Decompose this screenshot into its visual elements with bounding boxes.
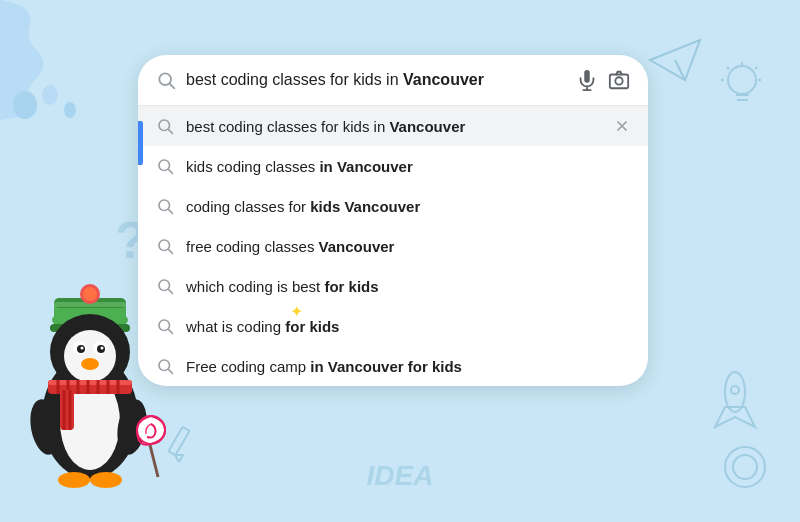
svg-point-36 (101, 347, 104, 350)
svg-marker-14 (175, 455, 183, 462)
svg-rect-13 (169, 427, 190, 455)
svg-point-0 (13, 91, 37, 119)
svg-point-30 (64, 330, 116, 382)
svg-line-71 (168, 289, 172, 293)
svg-point-18 (725, 447, 765, 487)
suggestion-text-6: what is coding for kids (186, 318, 630, 335)
rocket-decoration (710, 362, 760, 442)
svg-line-75 (168, 369, 172, 373)
suggestion-search-icon-3 (156, 197, 174, 215)
plane-decoration (645, 35, 705, 85)
suggestion-item-4[interactable]: free coding classes Vancouver (138, 226, 648, 266)
suggestion-close-icon-1[interactable] (614, 118, 630, 134)
drip-left-decoration (0, 0, 130, 120)
active-suggestion-indicator (138, 121, 143, 165)
suggestion-search-icon-6 (156, 317, 174, 335)
svg-rect-47 (60, 390, 74, 430)
svg-line-73 (168, 329, 172, 333)
svg-point-19 (733, 455, 757, 479)
microphone-icon[interactable] (576, 69, 598, 91)
search-container: best coding classes for kids in Vancouve… (138, 55, 648, 386)
suggestion-search-icon-1 (156, 117, 174, 135)
suggestion-text-5: which coding is best for kids (186, 278, 630, 295)
suggestion-search-icon-4 (156, 237, 174, 255)
svg-point-1 (42, 85, 58, 105)
suggestion-item-3[interactable]: coding classes for kids Vancouver (138, 186, 648, 226)
suggestion-item-5[interactable]: which coding is best for kids (138, 266, 648, 306)
svg-point-59 (615, 77, 622, 84)
svg-line-61 (168, 129, 172, 133)
svg-line-69 (168, 249, 172, 253)
idea-decoration: IDEA (367, 460, 434, 492)
circles-decoration (720, 442, 770, 492)
pencil-decoration (165, 422, 205, 462)
svg-line-57 (170, 84, 175, 89)
bulb-decoration (720, 60, 765, 115)
search-icon (156, 70, 176, 90)
svg-point-25 (83, 287, 97, 301)
svg-point-35 (81, 347, 84, 350)
suggestion-search-icon-5 (156, 277, 174, 295)
search-input-display[interactable]: best coding classes for kids in Vancouve… (186, 71, 566, 89)
svg-point-2 (64, 102, 76, 118)
svg-point-5 (728, 66, 756, 94)
svg-line-65 (168, 169, 172, 173)
svg-line-10 (727, 67, 729, 69)
suggestion-item-1[interactable]: best coding classes for kids in Vancouve… (138, 106, 648, 146)
suggestion-search-icon-2 (156, 157, 174, 175)
svg-point-55 (90, 472, 122, 488)
suggestion-text-3: coding classes for kids Vancouver (186, 198, 630, 215)
sparkle-icon: ✦ (290, 302, 303, 321)
svg-line-67 (168, 209, 172, 213)
svg-marker-16 (715, 407, 755, 427)
camera-icon[interactable] (608, 69, 630, 91)
suggestion-search-icon-7 (156, 357, 174, 375)
suggestion-text-1: best coding classes for kids in Vancouve… (186, 118, 602, 135)
svg-point-17 (731, 386, 739, 394)
suggestion-item-2[interactable]: kids coding classes in Vancouver (138, 146, 648, 186)
suggestions-list: best coding classes for kids in Vancouve… (138, 106, 648, 386)
suggestion-text-2: kids coding classes in Vancouver (186, 158, 630, 175)
suggestion-text-4: free coding classes Vancouver (186, 238, 630, 255)
svg-line-9 (755, 67, 757, 69)
suggestion-text-7: Free coding camp in Vancouver for kids (186, 358, 630, 375)
svg-point-54 (58, 472, 90, 488)
suggestion-item-7[interactable]: Free coding camp in Vancouver for kids (138, 346, 648, 386)
search-text-plain: best coding classes for kids in (186, 71, 403, 88)
search-bar[interactable]: best coding classes for kids in Vancouve… (138, 55, 648, 106)
search-text-bold: Vancouver (403, 71, 484, 88)
suggestion-item-6[interactable]: what is coding for kids (138, 306, 648, 346)
svg-point-37 (81, 358, 99, 370)
